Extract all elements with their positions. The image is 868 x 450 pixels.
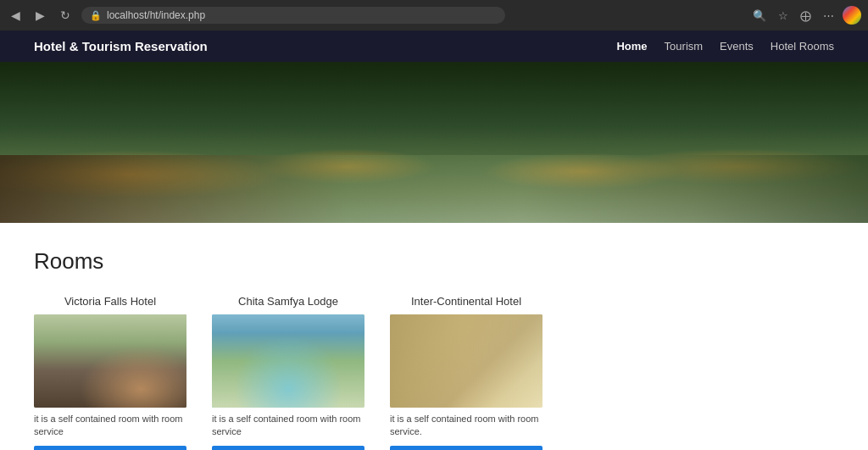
nav-home[interactable]: Home (616, 40, 647, 53)
profile-avatar[interactable] (843, 6, 861, 25)
forward-button[interactable]: ▶ (31, 7, 49, 24)
back-button[interactable]: ◀ (7, 7, 25, 24)
search-icon[interactable]: 🔍 (749, 8, 770, 24)
nav-tourism[interactable]: Tourism (665, 40, 704, 53)
room-card-2-more-details[interactable]: More Details (212, 446, 364, 450)
rooms-grid: Victoria Falls Hotel it is a self contai… (34, 295, 834, 450)
nav-hotel-rooms[interactable]: Hotel Rooms (771, 40, 834, 53)
hero-scene (0, 155, 868, 223)
address-bar[interactable]: 🔒 localhost/ht/index.php (81, 7, 505, 24)
room-card-1-title: Victoria Falls Hotel (34, 295, 186, 308)
website: Hotel & Tourism Reservation Home Tourism… (0, 31, 868, 450)
hero-banner (0, 62, 868, 223)
rooms-title: Rooms (34, 248, 834, 275)
menu-icon[interactable]: ⋯ (820, 8, 837, 24)
star-icon[interactable]: ☆ (775, 8, 792, 24)
site-title: Hotel & Tourism Reservation (34, 39, 208, 53)
secure-icon: 🔒 (90, 10, 102, 21)
url-text: localhost/ht/index.php (107, 9, 205, 21)
browser-chrome: ◀ ▶ ↻ 🔒 localhost/ht/index.php 🔍 ☆ ⨁ ⋯ (0, 0, 868, 31)
room-card-3-more-details[interactable]: More Details (390, 446, 542, 450)
room-card-1-more-details[interactable]: More Details (34, 446, 186, 450)
site-nav: Home Tourism Events Hotel Rooms (616, 40, 834, 53)
room-card-1-image (34, 314, 186, 408)
room-card-1: Victoria Falls Hotel it is a self contai… (34, 295, 186, 450)
room-card-2-description: it is a self contained room with room se… (212, 413, 364, 439)
room-card-3-image (390, 314, 542, 408)
nav-events[interactable]: Events (720, 40, 754, 53)
room-card-2: Chita Samfya Lodge it is a self containe… (212, 295, 364, 450)
rooms-section: Rooms Victoria Falls Hotel it is a self … (0, 223, 868, 450)
extensions-icon[interactable]: ⨁ (797, 8, 815, 24)
reload-button[interactable]: ↻ (56, 7, 75, 24)
room-card-1-description: it is a self contained room with room se… (34, 413, 186, 439)
browser-actions: 🔍 ☆ ⨁ ⋯ (749, 6, 861, 25)
room-card-2-image (212, 314, 364, 408)
room-card-3-description: it is a self contained room with room se… (390, 413, 542, 439)
room-card-2-title: Chita Samfya Lodge (212, 295, 364, 308)
room-card-3-title: Inter-Continental Hotel (390, 295, 542, 308)
room-card-3: Inter-Continental Hotel it is a self con… (390, 295, 542, 450)
site-header: Hotel & Tourism Reservation Home Tourism… (0, 31, 868, 62)
